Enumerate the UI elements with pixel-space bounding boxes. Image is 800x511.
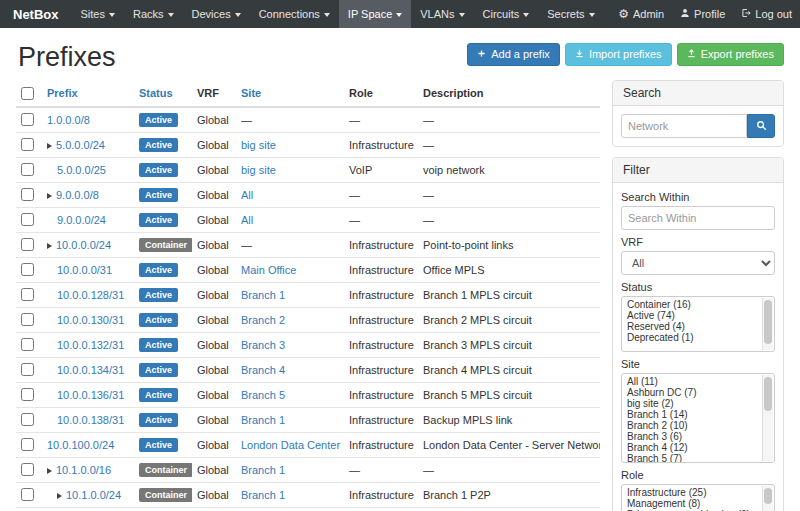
export-prefixes-button[interactable]: Export prefixes: [677, 43, 784, 66]
prefix-link[interactable]: 10.0.0.130/31: [57, 314, 124, 326]
nav-item[interactable]: Secrets: [538, 0, 603, 28]
site-link[interactable]: Branch 5: [241, 389, 285, 401]
select-option[interactable]: Reserved (4): [624, 321, 760, 332]
nav-item[interactable]: Sites: [72, 0, 124, 28]
site-link[interactable]: Branch 1: [241, 464, 285, 476]
row-checkbox[interactable]: [21, 288, 34, 301]
row-checkbox[interactable]: [21, 413, 34, 426]
expand-caret-icon[interactable]: [47, 243, 52, 249]
site-link[interactable]: Main Office: [241, 264, 296, 276]
row-checkbox[interactable]: [21, 338, 34, 351]
select-option[interactable]: Container (16): [624, 299, 760, 310]
prefix-link[interactable]: 10.0.100.0/24: [47, 439, 114, 451]
site-link[interactable]: London Data Center: [241, 439, 340, 451]
row-checkbox[interactable]: [21, 488, 34, 501]
row-checkbox[interactable]: [21, 138, 34, 151]
sort-site-header[interactable]: Site: [241, 87, 261, 99]
nav-admin[interactable]: ⚙ Admin: [610, 0, 672, 28]
expand-caret-icon[interactable]: [47, 193, 52, 199]
site-link[interactable]: Branch 4: [241, 364, 285, 376]
select-option[interactable]: Active (74): [624, 310, 760, 321]
listbox-scrollbar[interactable]: [762, 486, 773, 511]
row-checkbox[interactable]: [21, 363, 34, 376]
prefix-link[interactable]: 9.0.0.0/8: [56, 189, 99, 201]
select-option[interactable]: Branch 1 (14): [624, 409, 760, 420]
prefix-link[interactable]: 10.1.0.0/16: [56, 464, 111, 476]
row-checkbox[interactable]: [21, 388, 34, 401]
prefix-link[interactable]: 9.0.0.0/24: [57, 214, 106, 226]
expand-caret-icon[interactable]: [57, 493, 62, 499]
prefix-link[interactable]: 10.0.0.136/31: [57, 389, 124, 401]
search-within-input[interactable]: [621, 206, 775, 230]
select-option[interactable]: Branch 2 (10): [624, 420, 760, 431]
vrf-filter-select[interactable]: All: [621, 251, 775, 275]
listbox-scrollbar[interactable]: [762, 375, 773, 461]
status-filter-select[interactable]: Container (16)Active (74)Reserved (4)Dep…: [621, 296, 775, 352]
row-checkbox[interactable]: [21, 313, 34, 326]
nav-item[interactable]: VLANs: [411, 0, 473, 28]
prefix-link[interactable]: 10.0.0.0/31: [57, 264, 112, 276]
row-checkbox[interactable]: [21, 113, 34, 126]
nav-item[interactable]: Circuits: [474, 0, 539, 28]
nav-item[interactable]: Devices: [183, 0, 250, 28]
import-prefixes-button[interactable]: Import prefixes: [565, 43, 672, 66]
add-prefix-button[interactable]: Add a prefix: [467, 43, 560, 66]
select-option[interactable]: Branch 4 (12): [624, 442, 760, 453]
select-option[interactable]: Branch 3 (6): [624, 431, 760, 442]
site-link[interactable]: Branch 3: [241, 339, 285, 351]
select-option[interactable]: Management (8): [624, 498, 760, 509]
site-link[interactable]: All: [241, 189, 253, 201]
prefix-link[interactable]: 10.0.0.134/31: [57, 364, 124, 376]
prefix-link[interactable]: 1.0.0.0/8: [47, 114, 90, 126]
site-link[interactable]: Branch 1: [241, 489, 285, 501]
prefix-link[interactable]: 10.0.0.132/31: [57, 339, 124, 351]
prefix-link[interactable]: 5.0.0.0/25: [57, 164, 106, 176]
site-link[interactable]: Branch 1: [241, 414, 285, 426]
search-input[interactable]: [621, 114, 747, 138]
listbox-scrollbar[interactable]: [762, 298, 773, 350]
nav-item[interactable]: Connections: [250, 0, 339, 28]
role-cell: —: [344, 207, 418, 232]
select-option[interactable]: Branch 5 (7): [624, 453, 760, 463]
prefix-link[interactable]: 5.0.0.0/24: [56, 139, 105, 151]
select-option[interactable]: big site (2): [624, 398, 760, 409]
scrollbar-thumb[interactable]: [764, 377, 772, 411]
sort-prefix-header[interactable]: Prefix: [47, 87, 78, 99]
select-all-checkbox[interactable]: [21, 87, 34, 100]
row-checkbox[interactable]: [21, 463, 34, 476]
app-logo[interactable]: NetBox: [0, 0, 72, 28]
row-checkbox[interactable]: [21, 188, 34, 201]
nav-logout[interactable]: Log out: [733, 0, 800, 28]
site-link[interactable]: big site: [241, 164, 276, 176]
prefix-link[interactable]: 10.0.0.0/24: [56, 239, 111, 251]
sort-status-header[interactable]: Status: [139, 87, 173, 99]
select-option[interactable]: All (11): [624, 376, 760, 387]
prefix-link[interactable]: 10.0.0.138/31: [57, 414, 124, 426]
site-link[interactable]: big site: [241, 139, 276, 151]
select-option[interactable]: Deprecated (1): [624, 332, 760, 343]
select-option[interactable]: Ashburn DC (7): [624, 387, 760, 398]
expand-caret-icon[interactable]: [47, 143, 52, 149]
sidebar: Search Filter Search Within VRF: [612, 80, 784, 511]
prefix-link[interactable]: 10.0.0.128/31: [57, 289, 124, 301]
prefix-link[interactable]: 10.1.0.0/24: [66, 489, 121, 501]
nav-item[interactable]: Racks: [124, 0, 183, 28]
expand-caret-icon[interactable]: [47, 468, 52, 474]
search-button[interactable]: [747, 114, 775, 138]
nav-profile[interactable]: Profile: [672, 0, 733, 28]
role-filter-select[interactable]: Infrastructure (25)Management (8)Private…: [621, 484, 775, 511]
scrollbar-thumb[interactable]: [764, 300, 772, 344]
row-checkbox[interactable]: [21, 438, 34, 451]
row-checkbox[interactable]: [21, 213, 34, 226]
row-checkbox[interactable]: [21, 163, 34, 176]
site-link[interactable]: Branch 2: [241, 314, 285, 326]
row-checkbox[interactable]: [21, 263, 34, 276]
nav-item[interactable]: IP Space: [339, 0, 411, 28]
select-option[interactable]: Infrastructure (25): [624, 487, 760, 498]
site-link[interactable]: Branch 1: [241, 289, 285, 301]
scrollbar-thumb[interactable]: [764, 488, 772, 504]
export-icon: [687, 48, 696, 61]
site-link[interactable]: All: [241, 214, 253, 226]
row-checkbox[interactable]: [21, 238, 34, 251]
site-filter-select[interactable]: All (11)Ashburn DC (7)big site (2)Branch…: [621, 373, 775, 463]
